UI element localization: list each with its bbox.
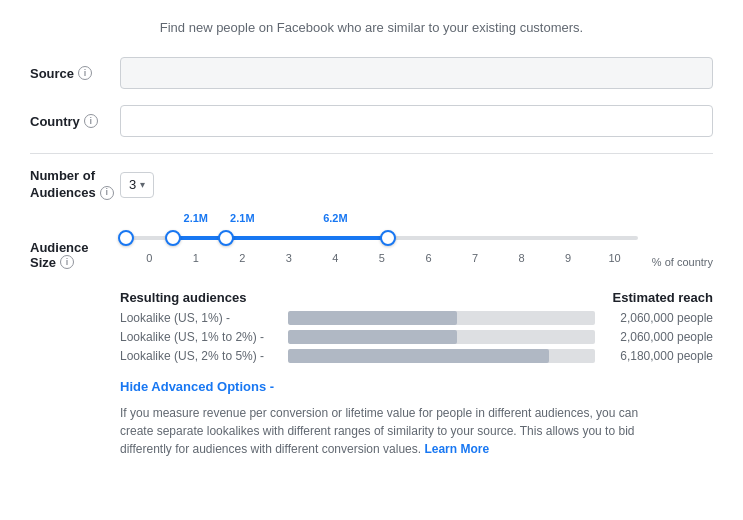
label-9: 9 — [545, 252, 592, 264]
marker-10 — [591, 212, 638, 224]
results-header: Resulting audiences Estimated reach — [120, 290, 713, 305]
audience-size-info-icon[interactable]: i — [60, 255, 74, 269]
marker-8 — [498, 212, 545, 224]
result-bar-1 — [288, 311, 457, 325]
label-1: 1 — [173, 252, 220, 264]
slider-track-area[interactable] — [120, 228, 644, 248]
result-row-2: Lookalike (US, 1% to 2%) - 2,060,000 peo… — [120, 330, 713, 344]
label-8: 8 — [498, 252, 545, 264]
slider-thumb-3[interactable] — [380, 230, 396, 246]
label-0: 0 — [126, 252, 173, 264]
label-6: 6 — [405, 252, 452, 264]
label-7: 7 — [452, 252, 499, 264]
hide-advanced-anchor[interactable]: Hide Advanced Options - — [120, 379, 274, 394]
audience-size-row: Audience Size i 2.1M 2.1M 6.2M — [30, 212, 713, 270]
source-row: Source i — [30, 57, 713, 89]
result-bar-container-3 — [288, 349, 595, 363]
label-2: 2 — [219, 252, 266, 264]
result-bar-2 — [288, 330, 457, 344]
source-info-icon[interactable]: i — [78, 66, 92, 80]
result-bar-container-2 — [288, 330, 595, 344]
country-info-icon[interactable]: i — [84, 114, 98, 128]
marker-3 — [266, 212, 313, 224]
audiences-label: Number of Audiences i — [30, 168, 120, 202]
marker-2: 2.1M — [219, 212, 266, 224]
result-bar-3 — [288, 349, 549, 363]
intro-text: Find new people on Facebook who are simi… — [30, 20, 713, 35]
marker-4: 6.2M — [312, 212, 359, 224]
slider-fill — [172, 236, 382, 240]
result-label-3: Lookalike (US, 2% to 5%) - — [120, 349, 280, 363]
country-input[interactable]: United States (US) — [120, 105, 713, 137]
marker-1: 2.1M — [173, 212, 220, 224]
result-row-1: Lookalike (US, 1%) - 2,060,000 people — [120, 311, 713, 325]
label-10: 10 — [591, 252, 638, 264]
audience-size-label: Audience Size i — [30, 212, 120, 270]
dropdown-arrow-icon: ▾ — [140, 179, 145, 190]
slider-thumb-0[interactable] — [118, 230, 134, 246]
source-input[interactable] — [120, 57, 713, 89]
marker-5 — [359, 212, 406, 224]
slider-container: 2.1M 2.1M 6.2M — [120, 212, 644, 264]
marker-7 — [452, 212, 499, 224]
audiences-row: Number of Audiences i 3 ▾ — [30, 168, 713, 202]
country-label: Country i — [30, 114, 120, 129]
slider-thumb-1[interactable] — [165, 230, 181, 246]
result-reach-1: 2,060,000 people — [603, 311, 713, 325]
col1-header: Resulting audiences — [120, 290, 246, 305]
slider-top-markers: 2.1M 2.1M 6.2M — [120, 212, 644, 224]
audiences-info-icon[interactable]: i — [100, 186, 114, 200]
percent-label: % of country — [652, 256, 713, 270]
results-section: Resulting audiences Estimated reach Look… — [30, 290, 713, 363]
country-row: Country i United States (US) — [30, 105, 713, 137]
divider-1 — [30, 153, 713, 154]
marker-0 — [126, 212, 173, 224]
marker-9 — [545, 212, 592, 224]
advanced-options-text: If you measure revenue per conversion or… — [30, 404, 650, 458]
result-label-1: Lookalike (US, 1%) - — [120, 311, 280, 325]
result-bar-container-1 — [288, 311, 595, 325]
advanced-options-link[interactable]: Hide Advanced Options - — [30, 379, 713, 394]
slider-labels: 0 1 2 3 4 5 6 7 8 9 10 — [120, 248, 644, 264]
source-label: Source i — [30, 66, 120, 81]
label-5: 5 — [359, 252, 406, 264]
label-4: 4 — [312, 252, 359, 264]
col2-header: Estimated reach — [613, 290, 713, 305]
learn-more-link[interactable]: Learn More — [424, 442, 489, 456]
label-3: 3 — [266, 252, 313, 264]
result-reach-3: 6,180,000 people — [603, 349, 713, 363]
result-label-2: Lookalike (US, 1% to 2%) - — [120, 330, 280, 344]
result-row-3: Lookalike (US, 2% to 5%) - 6,180,000 peo… — [120, 349, 713, 363]
result-reach-2: 2,060,000 people — [603, 330, 713, 344]
audiences-dropdown[interactable]: 3 ▾ — [120, 172, 154, 198]
marker-6 — [405, 212, 452, 224]
slider-thumb-2[interactable] — [218, 230, 234, 246]
